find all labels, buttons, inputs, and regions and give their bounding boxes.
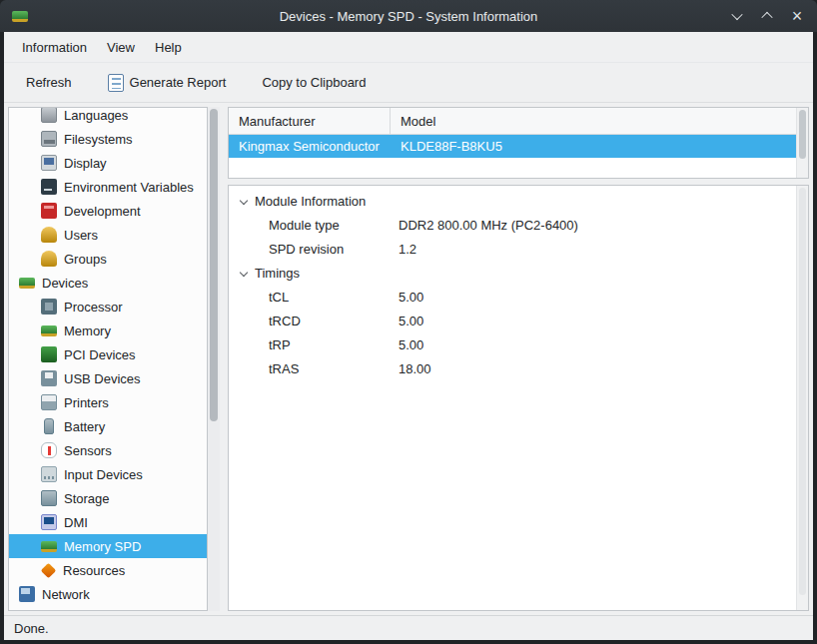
sidebar-item-label: Users — [64, 228, 98, 243]
maximize-button[interactable] — [757, 6, 777, 26]
details-tree: Module Information Module type DDR2 800.… — [229, 186, 796, 610]
close-button[interactable]: × — [787, 6, 807, 26]
details-scrollbar[interactable] — [796, 186, 808, 610]
sidebar-item-label: Devices — [42, 276, 88, 291]
minimize-button[interactable] — [727, 6, 747, 26]
table-row[interactable]: Kingmax Semiconductor KLDE88F-B8KU5 — [229, 135, 796, 158]
sidebar-item-filesystems[interactable]: Filesystems — [9, 127, 207, 151]
detail-group-module-information[interactable]: Module Information — [229, 190, 796, 214]
languages-icon — [41, 107, 57, 123]
sidebar-item-memory-spd[interactable]: Memory SPD — [9, 534, 207, 558]
sidebar-item-environment-variables[interactable]: Environment Variables — [9, 175, 207, 199]
scrollbar-thumb[interactable] — [799, 110, 806, 159]
memory-icon — [41, 325, 57, 336]
users-icon — [41, 227, 57, 243]
column-header-manufacturer[interactable]: Manufacturer — [229, 108, 391, 134]
display-icon — [41, 155, 57, 171]
dmi-icon — [41, 514, 57, 530]
sidebar-item-label: Storage — [64, 491, 110, 506]
detail-key: tRAS — [229, 361, 299, 376]
window-title: Devices - Memory SPD - System Informatio… — [0, 9, 817, 24]
sidebar-scrollbar[interactable] — [208, 107, 220, 611]
sidebar-item-label: Development — [64, 204, 141, 219]
pci-devices-icon — [41, 346, 57, 362]
sidebar-item-pci-devices[interactable]: PCI Devices — [9, 342, 207, 366]
sidebar-item-dmi[interactable]: DMI — [9, 510, 207, 534]
details-pane: Module Information Module type DDR2 800.… — [228, 185, 809, 611]
copy-to-clipboard-button[interactable]: Copy to Clipboard — [254, 70, 374, 95]
sidebar-item-display[interactable]: Display — [9, 151, 207, 175]
sidebar-item-label: Languages — [64, 108, 128, 123]
detail-value: 5.00 — [399, 333, 423, 357]
chevron-up-icon — [761, 12, 772, 23]
sensors-icon — [41, 442, 57, 458]
detail-group-label: Timings — [255, 262, 300, 286]
column-header-model[interactable]: Model — [391, 108, 796, 134]
detail-row-spd-revision[interactable]: SPD revision 1.2 — [229, 238, 796, 262]
sidebar-item-label: Battery — [64, 419, 105, 434]
sidebar-item-label: USB Devices — [64, 371, 141, 386]
groups-icon — [41, 251, 57, 267]
sidebar-item-groups[interactable]: Groups — [9, 247, 207, 271]
detail-row-module-type[interactable]: Module type DDR2 800.00 MHz (PC2-6400) — [229, 214, 796, 238]
sidebar-item-devices[interactable]: Devices — [9, 271, 207, 295]
scrollbar-thumb[interactable] — [210, 109, 218, 421]
sidebar-item-usb-devices[interactable]: USB Devices — [9, 366, 207, 390]
sidebar-item-battery[interactable]: Battery — [9, 414, 207, 438]
table-header: Manufacturer Model — [229, 108, 796, 135]
processor-icon — [41, 299, 57, 315]
printers-icon — [41, 394, 57, 410]
detail-row-trp[interactable]: tRP 5.00 — [229, 333, 796, 357]
detail-key: SPD revision — [229, 242, 344, 257]
chevron-down-icon — [731, 9, 742, 20]
sidebar-item-users[interactable]: Users — [9, 223, 207, 247]
detail-value: 18.00 — [399, 357, 431, 381]
chevron-down-icon — [240, 196, 248, 204]
sidebar-item-label: Filesystems — [64, 132, 133, 147]
sidebar-item-processor[interactable]: Processor — [9, 295, 207, 319]
sidebar-item-label: Memory — [64, 323, 111, 338]
sidebar-item-label: PCI Devices — [64, 347, 136, 362]
environment-variables-icon — [41, 179, 57, 195]
menu-information[interactable]: Information — [12, 36, 97, 59]
filesystems-icon — [41, 131, 57, 147]
sidebar-item-development[interactable]: Development — [9, 199, 207, 223]
sidebar-item-sensors[interactable]: Sensors — [9, 438, 207, 462]
status-text: Done. — [14, 621, 49, 636]
detail-value: 5.00 — [399, 310, 423, 333]
detail-row-trcd[interactable]: tRCD 5.00 — [229, 310, 796, 333]
sidebar-item-label: Printers — [64, 395, 109, 410]
menu-view[interactable]: View — [97, 36, 145, 59]
sidebar-item-network[interactable]: Network — [9, 582, 207, 606]
toolbar: Refresh Generate Report Copy to Clipboar… — [4, 63, 813, 103]
memory-spd-icon — [41, 541, 57, 552]
detail-key: tRP — [229, 337, 291, 352]
window-body: Information View Help Refresh Generate R… — [4, 32, 813, 640]
sidebar-item-resources[interactable]: Resources — [9, 558, 207, 582]
scrollbar-thumb[interactable] — [799, 188, 806, 595]
detail-group-timings[interactable]: Timings — [229, 262, 796, 286]
detail-key: Module type — [229, 218, 340, 233]
sidebar-item-input-devices[interactable]: Input Devices — [9, 462, 207, 486]
window-controls: × — [727, 0, 807, 32]
cell-model: KLDE88F-B8KU5 — [391, 139, 796, 154]
detail-row-tras[interactable]: tRAS 18.00 — [229, 357, 796, 381]
sidebar-item-label: Network — [42, 587, 90, 602]
detail-row-tcl[interactable]: tCL 5.00 — [229, 286, 796, 310]
app-window: Devices - Memory SPD - System Informatio… — [0, 0, 817, 644]
usb-devices-icon — [41, 370, 57, 386]
sidebar-item-memory[interactable]: Memory — [9, 319, 207, 342]
sidebar-item-printers[interactable]: Printers — [9, 390, 207, 414]
development-icon — [41, 203, 57, 219]
network-icon — [19, 586, 35, 602]
refresh-button[interactable]: Refresh — [18, 70, 80, 95]
detail-value: DDR2 800.00 MHz (PC2-6400) — [399, 214, 578, 238]
sidebar-item-storage[interactable]: Storage — [9, 486, 207, 510]
input-devices-icon — [41, 466, 57, 482]
sidebar-item-languages[interactable]: Languages — [9, 107, 207, 127]
main-area: Languages Filesystems Display Environmen… — [4, 103, 813, 615]
generate-report-button[interactable]: Generate Report — [100, 69, 235, 97]
module-list-scrollbar[interactable] — [796, 108, 808, 178]
menu-help[interactable]: Help — [145, 36, 192, 59]
sidebar-item-label: Groups — [64, 252, 107, 267]
